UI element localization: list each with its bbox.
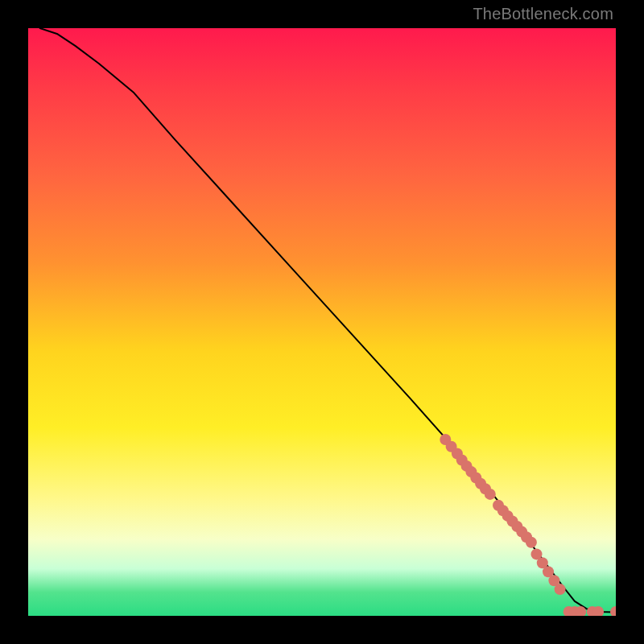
attribution-label: TheBottleneck.com — [473, 5, 613, 23]
gradient-background — [28, 28, 616, 616]
plot-area — [28, 28, 616, 616]
chart-frame: TheBottleneck.com — [0, 0, 644, 644]
